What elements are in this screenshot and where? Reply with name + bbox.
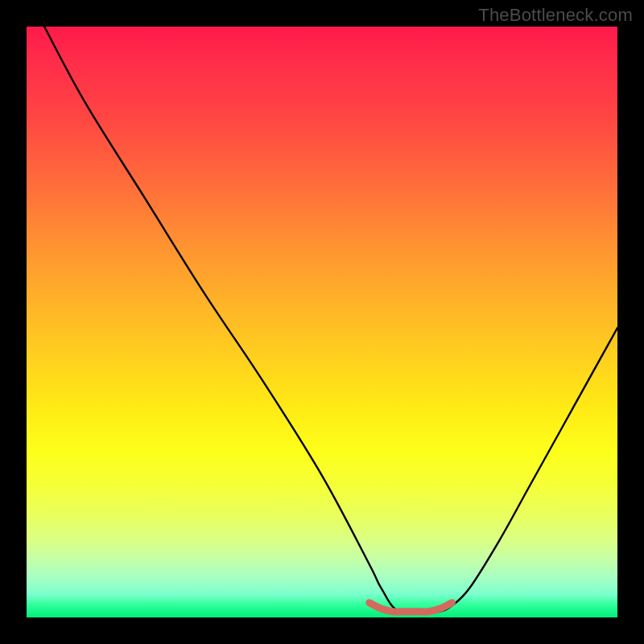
chart-frame: TheBottleneck.com [0,0,644,644]
plot-area [27,27,617,617]
chart-svg [27,27,617,617]
bottleneck-curve-path [44,27,617,613]
watermark-text: TheBottleneck.com [478,5,633,26]
optimal-range-path [369,603,452,612]
